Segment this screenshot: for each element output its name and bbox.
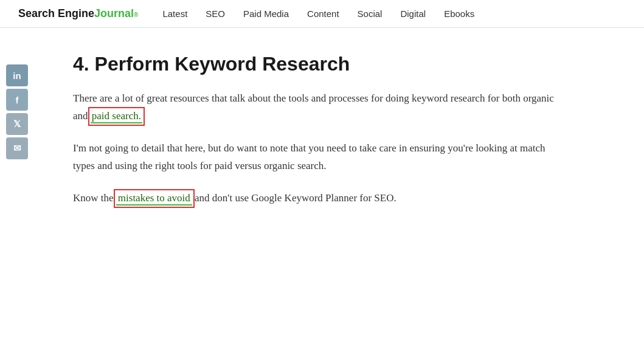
twitter-icon: 𝕏 (13, 119, 21, 130)
site-header: Search Engine Journal® Latest SEO Paid M… (0, 0, 644, 28)
article-paragraph-3: Know the mistakes to avoid and don't use… (73, 190, 559, 207)
article-paragraph-2: I'm not going to detail that here, but d… (73, 140, 559, 175)
facebook-share-button[interactable]: f (6, 89, 28, 111)
twitter-share-button[interactable]: 𝕏 (6, 113, 28, 135)
nav-ebooks[interactable]: Ebooks (444, 9, 474, 19)
nav-social[interactable]: Social (358, 9, 383, 19)
site-logo[interactable]: Search Engine Journal® (18, 7, 138, 20)
facebook-icon: f (16, 95, 19, 105)
linkedin-icon: in (13, 71, 21, 81)
nav-content[interactable]: Content (307, 9, 339, 19)
paid-search-link[interactable]: paid search. (91, 109, 142, 123)
nav-paid-media[interactable]: Paid Media (243, 9, 289, 19)
article-paragraph-1: There are a lot of great resources that … (73, 90, 559, 125)
mistakes-to-avoid-link[interactable]: mistakes to avoid (116, 192, 192, 206)
nav-latest[interactable]: Latest (162, 9, 187, 19)
social-sidebar: in f 𝕏 ✉ (0, 64, 34, 159)
nav-seo[interactable]: SEO (206, 9, 225, 19)
paragraph3-text-before-link: Know the (73, 192, 116, 204)
main-nav: Latest SEO Paid Media Content Social Dig… (162, 9, 474, 19)
logo-brand: Journal (94, 7, 134, 20)
paragraph3-text-after-link: and don't use Google Keyword Planner for… (192, 192, 396, 204)
section-heading: 4. Perform Keyword Research (73, 52, 559, 75)
email-share-button[interactable]: ✉ (6, 137, 28, 159)
email-icon: ✉ (13, 143, 21, 154)
logo-registered: ® (134, 12, 138, 18)
paragraph1-text-before-link: There are a lot of great resources that … (73, 92, 554, 122)
logo-prefix: Search Engine (18, 7, 94, 20)
nav-digital[interactable]: Digital (400, 9, 426, 19)
article-content: 4. Perform Keyword Research There are a … (49, 28, 596, 246)
linkedin-share-button[interactable]: in (6, 64, 28, 86)
main-container: in f 𝕏 ✉ 4. Perform Keyword Research The… (0, 28, 644, 246)
